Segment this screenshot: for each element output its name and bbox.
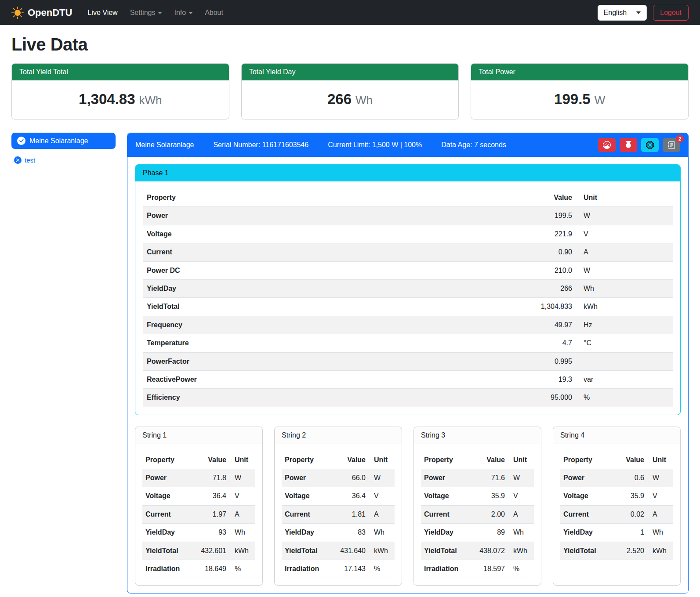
column-unit: Unit (232, 451, 255, 469)
table-row: Temperature 4.7 °C (143, 334, 673, 352)
row-property: Temperature (143, 334, 518, 352)
table-row: Voltage 221.9 V (143, 225, 673, 243)
row-value: 0.90 (518, 243, 580, 261)
navbar-right: English Logout (598, 5, 689, 21)
string-table-body: Power 71.6 W Voltage 35.9 V (421, 469, 534, 578)
row-value: 1.81 (329, 505, 371, 523)
table-row: Power 199.5 W (143, 207, 673, 225)
row-property: YieldDay (560, 524, 607, 542)
sidebar-item-inverter[interactable]: Meine Solaranlage (11, 133, 116, 149)
row-property: YieldDay (143, 279, 518, 297)
row-unit: V (371, 487, 395, 505)
row-value: 1.97 (189, 505, 232, 523)
table-row: Power 0.6 W (560, 469, 673, 487)
limit-gauge-button[interactable] (598, 138, 616, 152)
brand[interactable]: OpenDTU (11, 7, 72, 19)
row-property: Voltage (282, 487, 329, 505)
device-info-button[interactable] (641, 138, 659, 152)
card-total-yield-total: Total Yield Total 1,304.83kWh (11, 63, 229, 119)
cpu-icon (646, 141, 654, 149)
column-property: Property (143, 189, 518, 207)
row-property: YieldDay (421, 524, 468, 542)
row-value: 431.640 (329, 542, 371, 560)
power-icon (624, 141, 632, 149)
row-value: 210.0 (518, 261, 580, 279)
row-value: 432.601 (189, 542, 232, 560)
event-count-badge: 2 (676, 135, 684, 143)
table-row: Current 1.97 A (142, 505, 255, 523)
column-unit: Unit (371, 451, 395, 469)
nav-item-about[interactable]: About (199, 5, 229, 20)
row-value: 71.8 (189, 469, 232, 487)
row-property: Irradiation (282, 560, 329, 578)
row-property: Frequency (143, 316, 518, 334)
event-log-button[interactable]: 2 (663, 138, 680, 152)
row-value: 18.597 (468, 560, 510, 578)
row-value: 71.6 (468, 469, 510, 487)
page-container: Live Data Total Yield Total 1,304.83kWh … (0, 35, 700, 597)
string-table: Property Value Unit Power (282, 451, 395, 579)
row-value: 2.520 (607, 542, 649, 560)
sun-logo-icon (11, 7, 24, 19)
row-property: Current (143, 243, 518, 261)
nav-item-settings[interactable]: Settings (124, 5, 168, 20)
total-yield-total-value: 1,304.83 (79, 91, 135, 107)
row-property: Power (143, 207, 518, 225)
column-unit: Unit (580, 189, 673, 207)
row-property: Current (142, 505, 189, 523)
row-value: 4.7 (518, 334, 580, 352)
row-unit: A (232, 505, 255, 523)
row-unit: Wh (232, 524, 255, 542)
row-value: 438.072 (468, 542, 510, 560)
language-select[interactable]: English (598, 5, 647, 21)
sidebar-item-test[interactable]: test (11, 156, 38, 164)
logout-button[interactable]: Logout (653, 5, 689, 21)
row-unit: W (371, 469, 395, 487)
row-property: Irradiation (421, 560, 468, 578)
table-row: Power 66.0 W (282, 469, 395, 487)
row-unit: kWh (371, 542, 395, 560)
inverter-serial: Serial Number: 116171603546 (213, 141, 308, 149)
row-unit: Wh (580, 279, 673, 297)
row-unit: Wh (510, 524, 534, 542)
nav-item-info[interactable]: Info (168, 5, 198, 20)
chevron-down-icon (636, 11, 641, 14)
row-property: PowerFactor (143, 352, 518, 370)
table-row: PowerFactor 0.995 (143, 352, 673, 370)
string-card-4: String 4 Property Value Unit (553, 427, 681, 586)
string-table: Property Value Unit Power (560, 451, 673, 560)
string-title: String 4 (553, 427, 680, 444)
total-yield-day-unit: Wh (355, 94, 373, 107)
sidebar-item-label: test (25, 156, 35, 164)
row-unit: V (580, 225, 673, 243)
inverter-card-body: Phase 1 Property Value Unit (127, 157, 688, 593)
row-value: 1,304.833 (518, 298, 580, 316)
inverter-name: Meine Solaranlage (135, 141, 194, 149)
row-property: YieldTotal (282, 542, 329, 560)
main-row: Meine Solaranlage test Meine Solaranlage… (11, 133, 689, 593)
row-value: 66.0 (329, 469, 371, 487)
row-property: Current (282, 505, 329, 523)
row-property: Power (282, 469, 329, 487)
power-button[interactable] (620, 138, 637, 152)
string-card-1: String 1 Property Value Unit (135, 427, 263, 586)
table-row: YieldDay 93 Wh (142, 524, 255, 542)
phase-body: Property Value Unit Power (135, 181, 680, 415)
row-unit: W (580, 207, 673, 225)
string-card-3: String 3 Property Value Unit (413, 427, 541, 586)
table-row: YieldTotal 2.520 kWh (560, 542, 673, 560)
row-unit: W (580, 261, 673, 279)
row-unit (580, 352, 673, 370)
row-unit: Hz (580, 316, 673, 334)
row-value: 35.9 (468, 487, 510, 505)
total-power-value: 199.5 (554, 91, 591, 107)
nav-item-live-view[interactable]: Live View (82, 5, 123, 20)
brand-name: OpenDTU (28, 7, 72, 18)
row-unit: A (510, 505, 534, 523)
table-header-row: Property Value Unit (560, 451, 673, 469)
table-row: YieldDay 89 Wh (421, 524, 534, 542)
inverter-limit: Current Limit: 1,500 W | 100% (328, 141, 422, 149)
row-unit: A (580, 243, 673, 261)
card-title: Total Yield Day (242, 64, 459, 80)
row-property: ReactivePower (143, 370, 518, 388)
